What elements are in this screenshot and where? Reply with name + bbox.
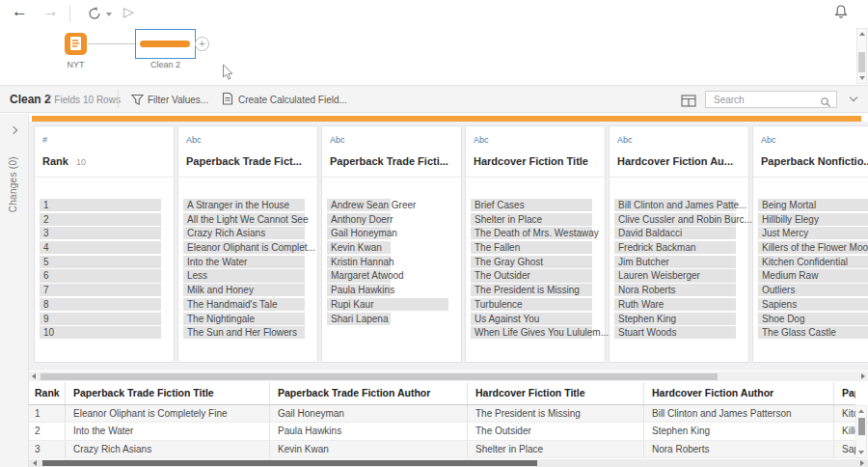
- field-value-row[interactable]: Sapiens: [758, 298, 868, 311]
- scroll-right-icon[interactable]: [860, 460, 864, 466]
- scroll-up-icon[interactable]: [858, 409, 864, 413]
- scroll-right-icon[interactable]: [861, 373, 865, 379]
- field-value-row[interactable]: 5: [40, 256, 161, 268]
- field-value-row[interactable]: Lauren Weisberger: [614, 269, 736, 282]
- field-value-row[interactable]: 8: [40, 298, 161, 311]
- profile-card[interactable]: AbcHardcover Fiction Au...10Bill Clinton…: [609, 125, 749, 363]
- flow-scrollbar-thumb[interactable]: [858, 52, 865, 72]
- clean-step-node[interactable]: [135, 29, 196, 59]
- grid-data-cell[interactable]: Shelter in Place: [468, 441, 644, 457]
- field-value-row[interactable]: Andrew Sean Greer: [327, 199, 448, 211]
- grid-data-cell[interactable]: Into the Water: [66, 423, 270, 439]
- field-value-row[interactable]: Eleanor Oliphant is Complet...: [183, 241, 305, 254]
- scroll-up-icon[interactable]: [859, 32, 865, 36]
- filter-funnel-icon[interactable]: [131, 93, 144, 110]
- profile-card[interactable]: AbcPaperback Trade Ficti...9Andrew Sean …: [321, 125, 462, 363]
- field-value-row[interactable]: Nora Roberts: [614, 284, 736, 296]
- refresh-icon[interactable]: [87, 6, 102, 25]
- profile-card[interactable]: AbcPaperback Nonfictio...10Being MortalH…: [752, 125, 868, 363]
- scroll-down-icon[interactable]: [859, 76, 865, 80]
- field-value-row[interactable]: Kristin Hannah: [327, 256, 448, 268]
- grid-header-cell[interactable]: Rank: [29, 382, 66, 404]
- field-value-row[interactable]: Margaret Atwood: [327, 269, 448, 282]
- field-value-row[interactable]: The Gray Ghost: [471, 256, 592, 268]
- grid-data-cell[interactable]: 3: [29, 441, 66, 457]
- search-input[interactable]: [706, 92, 817, 107]
- field-value-row[interactable]: The Glass Castle: [758, 326, 868, 339]
- grid-vscrollbar-thumb[interactable]: [858, 418, 865, 435]
- expand-changes-icon[interactable]: [10, 126, 17, 134]
- field-value-row[interactable]: Ruth Ware: [614, 298, 736, 311]
- grid-hscrollbar[interactable]: [29, 459, 868, 467]
- field-value-row[interactable]: Clive Cussler and Robin Burc...: [614, 213, 736, 226]
- profile-card[interactable]: #Rank1012345678910: [34, 125, 175, 363]
- field-value-row[interactable]: Crazy Rich Asians: [183, 227, 305, 239]
- alerts-bell-icon[interactable]: [833, 4, 849, 24]
- grid-data-row[interactable]: 3Crazy Rich AsiansKevin KwanShelter in P…: [29, 441, 855, 458]
- refresh-caret-icon[interactable]: [106, 13, 112, 16]
- profile-hscrollbar[interactable]: [29, 371, 868, 381]
- create-calculated-field-button[interactable]: Create Calculated Field...: [238, 95, 347, 105]
- field-value-row[interactable]: Shoe Dog: [758, 313, 868, 325]
- scroll-down-icon[interactable]: [858, 451, 864, 454]
- scroll-left-icon[interactable]: [32, 373, 36, 379]
- grid-data-cell[interactable]: Kevin Kwan: [270, 441, 468, 457]
- grid-header-cell[interactable]: Paperback Trade Fiction Author: [270, 382, 468, 404]
- field-value-row[interactable]: David Baldacci: [614, 227, 736, 239]
- grid-data-cell[interactable]: Gail Honeyman: [270, 405, 468, 422]
- field-value-row[interactable]: The Death of Mrs. Westaway: [471, 227, 592, 239]
- field-value-row[interactable]: Stephen King: [614, 313, 736, 325]
- add-step-button[interactable]: +: [195, 37, 209, 51]
- grid-data-cell[interactable]: Nora Roberts: [644, 441, 834, 457]
- grid-data-cell[interactable]: Eleanor Oliphant is Completely Fine: [66, 405, 270, 422]
- field-value-row[interactable]: Medium Raw: [758, 269, 868, 282]
- field-value-row[interactable]: Paula Hawkins: [327, 284, 448, 296]
- grid-header-cell[interactable]: Paperb: [834, 382, 855, 404]
- field-value-row[interactable]: Stuart Woods: [614, 326, 736, 339]
- grid-header-cell[interactable]: Hardcover Fiction Title: [468, 382, 644, 404]
- grid-data-cell[interactable]: Kitch: [834, 405, 855, 422]
- field-value-row[interactable]: When Life Gives You Lululem...: [471, 326, 592, 339]
- field-value-row[interactable]: Into the Water: [183, 256, 305, 268]
- field-value-row[interactable]: Jim Butcher: [614, 256, 736, 268]
- calculated-field-icon[interactable]: [222, 92, 233, 110]
- field-value-row[interactable]: Killers of the Flower Moon: [758, 241, 868, 254]
- filter-values-button[interactable]: Filter Values...: [148, 95, 208, 105]
- field-value-row[interactable]: Hillbilly Elegy: [758, 213, 868, 226]
- chevron-down-icon[interactable]: [850, 94, 857, 101]
- field-value-row[interactable]: The Nightingale: [183, 313, 305, 325]
- field-value-row[interactable]: Kevin Kwan: [327, 241, 448, 254]
- field-value-row[interactable]: The Handmaid's Tale: [183, 298, 305, 311]
- profile-card[interactable]: AbcPaperback Trade Fict...10A Stranger i…: [177, 125, 318, 363]
- field-value-row[interactable]: The Outsider: [471, 269, 592, 282]
- pane-layout-icon[interactable]: [681, 94, 696, 111]
- field-value-row[interactable]: 2: [40, 213, 161, 226]
- field-value-row[interactable]: Kitchen Confidential: [758, 256, 868, 268]
- field-value-row[interactable]: Less: [183, 269, 305, 282]
- field-value-row[interactable]: Brief Cases: [471, 199, 592, 211]
- grid-data-cell[interactable]: Stephen King: [644, 423, 834, 439]
- grid-hscrollbar-thumb[interactable]: [42, 460, 537, 466]
- back-icon[interactable]: ←: [12, 2, 28, 21]
- field-value-row[interactable]: The Fallen: [471, 241, 592, 254]
- field-value-row[interactable]: Being Mortal: [758, 199, 868, 211]
- field-value-row[interactable]: 1: [40, 199, 161, 211]
- grid-vscrollbar[interactable]: [855, 405, 867, 458]
- grid-data-row[interactable]: 1Eleanor Oliphant is Completely FineGail…: [29, 405, 855, 423]
- field-value-row[interactable]: Bill Clinton and James Patte...: [614, 199, 736, 211]
- grid-data-cell[interactable]: Paula Hawkins: [270, 423, 468, 439]
- field-value-row[interactable]: Anthony Doerr: [327, 213, 448, 226]
- field-value-row[interactable]: 6: [40, 269, 161, 282]
- grid-data-cell[interactable]: The President is Missing: [468, 405, 644, 422]
- grid-data-row[interactable]: 2Into the WaterPaula HawkinsThe Outsider…: [29, 423, 855, 440]
- field-value-row[interactable]: 4: [40, 241, 161, 254]
- forward-icon[interactable]: →: [42, 2, 59, 21]
- flow-scrollbar[interactable]: [856, 28, 867, 84]
- field-value-row[interactable]: The President is Missing: [471, 284, 592, 296]
- grid-data-cell[interactable]: 1: [29, 405, 66, 422]
- field-value-row[interactable]: Milk and Honey: [183, 284, 305, 296]
- field-value-row[interactable]: 10: [40, 326, 161, 339]
- field-value-row[interactable]: Just Mercy: [758, 227, 868, 239]
- field-value-row[interactable]: Gail Honeyman: [327, 227, 448, 239]
- input-node-nyt[interactable]: [65, 33, 87, 55]
